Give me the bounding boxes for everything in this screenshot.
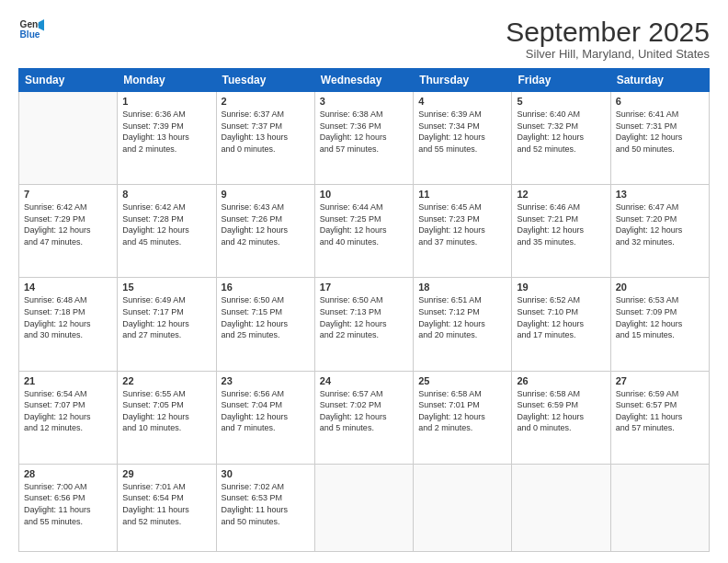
calendar-cell: 17Sunrise: 6:50 AM Sunset: 7:13 PM Dayli…: [314, 278, 413, 371]
day-number: 11: [418, 189, 506, 200]
page: General Blue September 2025 Silver Hill,…: [0, 0, 728, 563]
week-row-5: 28Sunrise: 7:00 AM Sunset: 6:56 PM Dayli…: [19, 464, 710, 551]
calendar-cell: 24Sunrise: 6:57 AM Sunset: 7:02 PM Dayli…: [314, 371, 413, 464]
day-info: Sunrise: 6:49 AM Sunset: 7:17 PM Dayligh…: [122, 294, 210, 340]
weekday-header-wednesday: Wednesday: [314, 69, 413, 92]
calendar-cell: 26Sunrise: 6:58 AM Sunset: 6:59 PM Dayli…: [512, 371, 610, 464]
day-number: 12: [517, 189, 605, 200]
day-number: 8: [122, 189, 210, 200]
calendar-cell: 18Sunrise: 6:51 AM Sunset: 7:12 PM Dayli…: [414, 278, 512, 371]
calendar-cell: [19, 92, 118, 185]
day-number: 3: [320, 96, 408, 107]
calendar-cell: 4Sunrise: 6:39 AM Sunset: 7:34 PM Daylig…: [414, 92, 512, 185]
calendar-cell: 30Sunrise: 7:02 AM Sunset: 6:53 PM Dayli…: [216, 464, 314, 551]
weekday-header-tuesday: Tuesday: [216, 69, 314, 92]
day-info: Sunrise: 6:57 AM Sunset: 7:02 PM Dayligh…: [320, 388, 408, 434]
calendar-cell: [414, 464, 512, 551]
day-number: 18: [418, 282, 506, 293]
day-info: Sunrise: 6:52 AM Sunset: 7:10 PM Dayligh…: [517, 294, 605, 340]
calendar-cell: 25Sunrise: 6:58 AM Sunset: 7:01 PM Dayli…: [414, 371, 512, 464]
day-number: 21: [24, 375, 112, 386]
day-number: 30: [222, 468, 310, 479]
day-info: Sunrise: 6:44 AM Sunset: 7:25 PM Dayligh…: [320, 201, 408, 247]
day-info: Sunrise: 6:37 AM Sunset: 7:37 PM Dayligh…: [222, 109, 310, 155]
day-info: Sunrise: 6:53 AM Sunset: 7:09 PM Dayligh…: [616, 294, 704, 340]
calendar-cell: 16Sunrise: 6:50 AM Sunset: 7:15 PM Dayli…: [216, 278, 314, 371]
calendar-cell: 9Sunrise: 6:43 AM Sunset: 7:26 PM Daylig…: [216, 185, 314, 278]
header: General Blue September 2025 Silver Hill,…: [18, 17, 710, 61]
day-number: 17: [320, 282, 408, 293]
day-number: 19: [517, 282, 605, 293]
calendar-cell: 27Sunrise: 6:59 AM Sunset: 6:57 PM Dayli…: [610, 371, 709, 464]
location: Silver Hill, Maryland, United States: [506, 47, 710, 61]
day-number: 28: [24, 468, 112, 479]
day-number: 20: [616, 282, 704, 293]
day-number: 29: [122, 468, 210, 479]
day-info: Sunrise: 6:50 AM Sunset: 7:13 PM Dayligh…: [320, 294, 408, 340]
day-info: Sunrise: 6:55 AM Sunset: 7:05 PM Dayligh…: [122, 388, 210, 434]
day-info: Sunrise: 6:42 AM Sunset: 7:29 PM Dayligh…: [24, 201, 112, 247]
calendar-cell: 19Sunrise: 6:52 AM Sunset: 7:10 PM Dayli…: [512, 278, 610, 371]
calendar-cell: 7Sunrise: 6:42 AM Sunset: 7:29 PM Daylig…: [19, 185, 118, 278]
day-info: Sunrise: 6:58 AM Sunset: 7:01 PM Dayligh…: [418, 388, 506, 434]
calendar-cell: 2Sunrise: 6:37 AM Sunset: 7:37 PM Daylig…: [216, 92, 314, 185]
day-number: 24: [320, 375, 408, 386]
day-info: Sunrise: 6:47 AM Sunset: 7:20 PM Dayligh…: [616, 201, 704, 247]
day-number: 10: [320, 189, 408, 200]
day-info: Sunrise: 6:41 AM Sunset: 7:31 PM Dayligh…: [616, 109, 704, 155]
calendar-cell: 20Sunrise: 6:53 AM Sunset: 7:09 PM Dayli…: [610, 278, 709, 371]
week-row-4: 21Sunrise: 6:54 AM Sunset: 7:07 PM Dayli…: [19, 371, 710, 464]
calendar-cell: [512, 464, 610, 551]
day-info: Sunrise: 6:43 AM Sunset: 7:26 PM Dayligh…: [222, 201, 310, 247]
day-info: Sunrise: 6:40 AM Sunset: 7:32 PM Dayligh…: [517, 109, 605, 155]
day-number: 5: [517, 96, 605, 107]
calendar-cell: 15Sunrise: 6:49 AM Sunset: 7:17 PM Dayli…: [118, 278, 216, 371]
day-info: Sunrise: 6:46 AM Sunset: 7:21 PM Dayligh…: [517, 201, 605, 247]
weekday-header-friday: Friday: [512, 69, 610, 92]
day-info: Sunrise: 6:45 AM Sunset: 7:23 PM Dayligh…: [418, 201, 506, 247]
calendar-cell: 8Sunrise: 6:42 AM Sunset: 7:28 PM Daylig…: [118, 185, 216, 278]
weekday-header-saturday: Saturday: [610, 69, 709, 92]
day-number: 15: [122, 282, 210, 293]
day-number: 23: [222, 375, 310, 386]
day-info: Sunrise: 6:39 AM Sunset: 7:34 PM Dayligh…: [418, 109, 506, 155]
day-number: 14: [24, 282, 112, 293]
calendar-cell: 12Sunrise: 6:46 AM Sunset: 7:21 PM Dayli…: [512, 185, 610, 278]
week-row-1: 1Sunrise: 6:36 AM Sunset: 7:39 PM Daylig…: [19, 92, 710, 185]
day-number: 7: [24, 189, 112, 200]
svg-text:Blue: Blue: [20, 29, 40, 40]
day-number: 9: [222, 189, 310, 200]
logo-icon: General Blue: [18, 17, 44, 42]
calendar-cell: 3Sunrise: 6:38 AM Sunset: 7:36 PM Daylig…: [314, 92, 413, 185]
calendar-cell: [610, 464, 709, 551]
calendar-cell: 14Sunrise: 6:48 AM Sunset: 7:18 PM Dayli…: [19, 278, 118, 371]
day-info: Sunrise: 6:38 AM Sunset: 7:36 PM Dayligh…: [320, 109, 408, 155]
calendar-cell: 11Sunrise: 6:45 AM Sunset: 7:23 PM Dayli…: [414, 185, 512, 278]
day-number: 2: [222, 96, 310, 107]
logo: General Blue: [18, 17, 44, 42]
day-info: Sunrise: 6:36 AM Sunset: 7:39 PM Dayligh…: [122, 109, 210, 155]
day-number: 6: [616, 96, 704, 107]
month-title: September 2025: [506, 17, 710, 47]
calendar-cell: 28Sunrise: 7:00 AM Sunset: 6:56 PM Dayli…: [19, 464, 118, 551]
calendar: SundayMondayTuesdayWednesdayThursdayFrid…: [18, 68, 710, 552]
weekday-header-thursday: Thursday: [414, 69, 512, 92]
weekday-header-row: SundayMondayTuesdayWednesdayThursdayFrid…: [19, 69, 710, 92]
day-number: 4: [418, 96, 506, 107]
day-number: 22: [122, 375, 210, 386]
calendar-cell: 5Sunrise: 6:40 AM Sunset: 7:32 PM Daylig…: [512, 92, 610, 185]
day-number: 25: [418, 375, 506, 386]
calendar-cell: 21Sunrise: 6:54 AM Sunset: 7:07 PM Dayli…: [19, 371, 118, 464]
calendar-cell: 29Sunrise: 7:01 AM Sunset: 6:54 PM Dayli…: [118, 464, 216, 551]
day-number: 26: [517, 375, 605, 386]
day-number: 16: [222, 282, 310, 293]
day-info: Sunrise: 7:01 AM Sunset: 6:54 PM Dayligh…: [122, 481, 210, 527]
day-info: Sunrise: 7:00 AM Sunset: 6:56 PM Dayligh…: [24, 481, 112, 527]
calendar-cell: 10Sunrise: 6:44 AM Sunset: 7:25 PM Dayli…: [314, 185, 413, 278]
day-number: 1: [122, 96, 210, 107]
day-info: Sunrise: 6:56 AM Sunset: 7:04 PM Dayligh…: [222, 388, 310, 434]
day-info: Sunrise: 6:50 AM Sunset: 7:15 PM Dayligh…: [222, 294, 310, 340]
day-info: Sunrise: 6:51 AM Sunset: 7:12 PM Dayligh…: [418, 294, 506, 340]
title-block: September 2025 Silver Hill, Maryland, Un…: [506, 17, 710, 61]
week-row-3: 14Sunrise: 6:48 AM Sunset: 7:18 PM Dayli…: [19, 278, 710, 371]
